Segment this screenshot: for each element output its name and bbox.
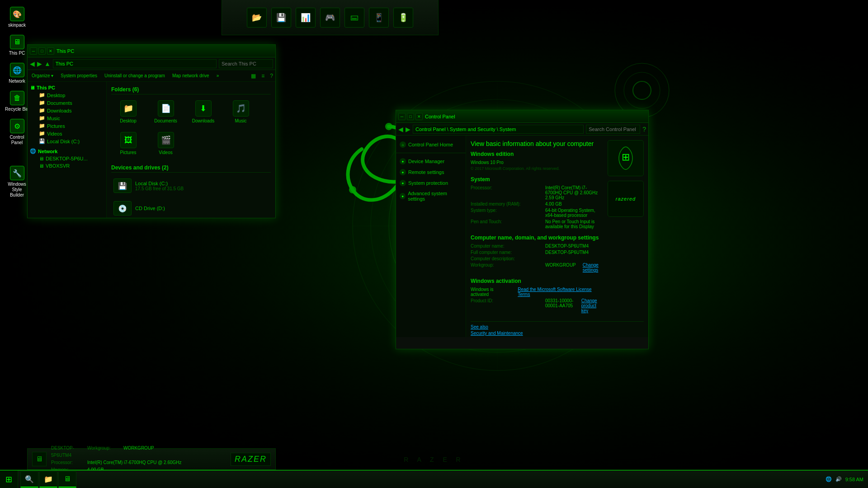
cp-remote-settings-item[interactable]: ● Remote settings — [396, 167, 466, 178]
uninstall-button[interactable]: Uninstall or change a program — [103, 72, 167, 79]
cp-home-item[interactable]: ⌂ Control Panel Home — [396, 139, 466, 150]
tree-desktop-5p6u[interactable]: 🖥 DESKTOP-5P6U... — [28, 155, 106, 162]
wsb-label: Windows Style Builder — [5, 182, 29, 198]
device-local-disk[interactable]: 💾 Local Disk (C:) 17.5 GB free of 31.5 G… — [111, 176, 202, 195]
tree-downloads[interactable]: 📁 Downloads — [28, 107, 106, 114]
cp-minimize-button[interactable]: ─ — [398, 113, 406, 120]
cp-search-input[interactable] — [586, 125, 640, 134]
device-cd-drive[interactable]: 💿 CD Drive (D:) — [111, 199, 202, 218]
taskbar-explorer[interactable]: 📁 — [39, 471, 57, 488]
cp-protection-icon: ● — [400, 180, 406, 186]
view-small-icon[interactable]: ▦ — [251, 73, 256, 79]
cp-address-input[interactable] — [413, 125, 584, 134]
desktop: 🎨 skinpack 🖥 This PC 🌐 Network 🗑 Recycle… — [0, 0, 868, 488]
up-button[interactable]: ▲ — [44, 60, 51, 67]
cp-workgroup-value: WORKGROUP — [545, 263, 576, 272]
help-icon[interactable]: ? — [270, 73, 273, 79]
processor-row: Processor: Intel(R) Core(TM) i7-6700HQ C… — [471, 185, 603, 200]
pc-info-name-row: DESKTOP-5P6UTM4 Workgroup: WORKGROUP — [51, 445, 226, 459]
map-network-button[interactable]: Map network drive — [170, 72, 211, 79]
see-also-link[interactable]: See also — [471, 324, 488, 329]
tree-pictures[interactable]: 📁 Pictures — [28, 122, 106, 130]
volume-tray-icon[interactable]: 🔊 — [835, 476, 842, 482]
tree-this-pc[interactable]: 🖥 This PC — [28, 84, 106, 91]
taskbar-system-tray: 🌐 🔊 9:58 AM — [826, 476, 868, 482]
more-button[interactable]: » — [215, 72, 221, 79]
address-input[interactable] — [53, 59, 217, 68]
tree-documents[interactable]: 📁 Documents — [28, 99, 106, 107]
system-properties-button[interactable]: System properties — [59, 72, 99, 79]
cp-advanced-settings-item[interactable]: ● Advanced system settings — [396, 188, 466, 204]
activation-row: Windows is activated Read the Microsoft … — [471, 287, 603, 297]
downloads-tree-icon: 📁 — [39, 108, 45, 113]
search-input[interactable] — [219, 59, 273, 68]
local-disk-info: Local Disk (C:) 17.5 GB free of 31.5 GB — [135, 181, 199, 191]
cp-forward-button[interactable]: ▶ — [406, 126, 410, 133]
tree-desktop[interactable]: 📁 Desktop — [28, 91, 106, 99]
view-list-icon[interactable]: ≡ — [261, 73, 264, 79]
cp-system-protection-item[interactable]: ● System protection — [396, 178, 466, 188]
folder-videos[interactable]: 🎬 Videos — [149, 130, 183, 158]
tree-vboxsvr[interactable]: 🖥 VBOXSVR — [28, 162, 106, 169]
cp-sidebar-divider — [396, 153, 466, 153]
folders-section-header: Folders (6) — [111, 86, 271, 94]
razer-logo: RAZER — [231, 453, 271, 466]
security-link[interactable]: Security and Maintenance — [471, 331, 523, 336]
pc-info: DESKTOP-5P6UTM4 Workgroup: WORKGROUP Pro… — [51, 445, 226, 474]
toolbar-battery[interactable]: 🔋 — [393, 8, 413, 28]
folder-downloads[interactable]: ⬇ Downloads — [186, 98, 220, 126]
system-type-label: System type: — [471, 208, 543, 218]
toolbar-chart[interactable]: 📊 — [296, 8, 316, 28]
processor-value: Intel(R) Core(TM) i7-6700HQ CPU @ 2.60GH… — [545, 185, 603, 200]
organize-button[interactable]: Organize ▾ — [30, 72, 55, 79]
folder-icon: 📁 — [44, 475, 53, 483]
ram-row: Installed memory (RAM): 4.00 GB — [471, 202, 603, 206]
toolbar-device[interactable]: 📱 — [369, 8, 389, 28]
desktop-icon-skinpack[interactable]: 🎨 skinpack — [2, 5, 32, 30]
full-computer-name-value: DESKTOP-5P6UTM4 — [545, 250, 589, 255]
desktop5p6u-tree-icon: 🖥 — [39, 156, 44, 161]
videos-folder-icon: 🎬 — [158, 132, 174, 148]
taskbar-search[interactable]: 🔍 — [20, 471, 38, 488]
tree-network[interactable]: 🌐 Network — [28, 147, 106, 155]
local-disk-size: 17.5 GB free of 31.5 GB — [135, 186, 199, 191]
win-edition-row: Windows 10 Pro — [471, 160, 603, 165]
minimize-button[interactable]: ─ — [30, 47, 37, 55]
tree-videos[interactable]: 📁 Videos — [28, 130, 106, 137]
videos-folder-label: Videos — [159, 150, 172, 155]
win-copyright: © 2017 Microsoft Corporation. All rights… — [471, 166, 560, 171]
back-button[interactable]: ◀ — [30, 60, 35, 67]
cp-back-button[interactable]: ◀ — [398, 126, 403, 133]
videos-tree-icon: 📁 — [39, 131, 45, 136]
folder-pictures[interactable]: 🖼 Pictures — [111, 130, 145, 158]
start-button[interactable]: ⊞ — [0, 470, 18, 488]
license-link[interactable]: Read the Microsoft Software License Term… — [518, 287, 603, 297]
tree-local-disk[interactable]: 💾 Local Disk (C:) — [28, 137, 106, 145]
cp-help-icon[interactable]: ? — [642, 126, 646, 133]
maximize-button[interactable]: □ — [38, 47, 46, 55]
toolbar-hdd[interactable]: 🖴 — [344, 8, 364, 28]
toolbar-gamepad[interactable]: 🎮 — [320, 8, 340, 28]
toolbar-folder[interactable]: 📂 — [247, 8, 267, 28]
folder-desktop[interactable]: 📁 Desktop — [111, 98, 145, 126]
change-key-link[interactable]: Change product key — [581, 298, 603, 313]
pen-value: No Pen or Touch Input is available for t… — [545, 219, 603, 229]
cp-device-manager-item[interactable]: ● Device Manager — [396, 156, 466, 167]
folder-documents[interactable]: 📄 Documents — [149, 98, 183, 126]
taskbar-app2[interactable]: 🖥 — [58, 471, 76, 488]
devices-grid: 💾 Local Disk (C:) 17.5 GB free of 31.5 G… — [111, 176, 271, 218]
change-settings-link[interactable]: Change settings — [583, 263, 603, 272]
forward-button[interactable]: ▶ — [37, 60, 42, 67]
toolbar-drive[interactable]: 💾 — [271, 8, 291, 28]
cd-drive-info: CD Drive (D:) — [135, 206, 199, 211]
close-button[interactable]: ✕ — [47, 47, 54, 55]
pen-label: Pen and Touch: — [471, 219, 543, 229]
cp-maximize-button[interactable]: □ — [407, 113, 414, 120]
cp-window-controls: ─ □ ✕ — [398, 113, 423, 120]
top-toolbar: 📂 💾 📊 🎮 🖴 📱 🔋 — [222, 0, 439, 35]
tree-music[interactable]: 📁 Music — [28, 114, 106, 122]
network-tray-icon[interactable]: 🌐 — [826, 476, 832, 482]
this-pc-tree-icon: 🖥 — [30, 85, 35, 90]
folder-music[interactable]: 🎵 Music — [224, 98, 258, 126]
cp-close-button[interactable]: ✕ — [415, 113, 423, 120]
